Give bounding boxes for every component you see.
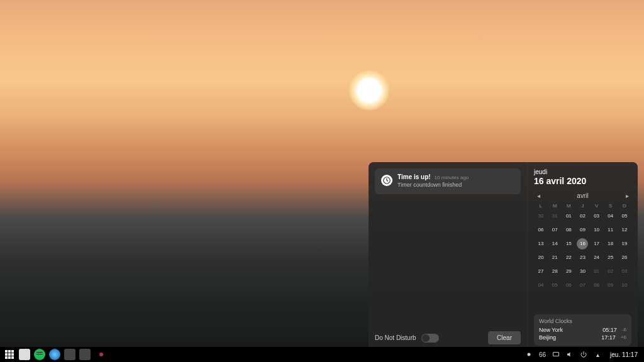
day-cell[interactable]: 20 [535, 252, 547, 263]
world-clock-city: Beijing [539, 334, 556, 341]
day-cell[interactable]: 07 [577, 280, 588, 291]
weekday-cell: M [562, 203, 575, 209]
day-cell[interactable]: 26 [619, 252, 630, 263]
calendar-area: jeudi 16 avril 2020 ◂ avril ▸ L M M J V … [527, 162, 638, 351]
day-cell[interactable]: 05 [619, 211, 630, 222]
world-clocks[interactable]: World Clocks New York 05:17 -6 Beijing 1… [534, 314, 631, 346]
terminal-app-icon[interactable] [64, 349, 75, 360]
day-cell[interactable]: 19 [619, 238, 630, 250]
world-clock-offset: -6 [622, 327, 626, 333]
world-clock-time: 17:17 [601, 334, 616, 341]
day-cell[interactable]: 09 [605, 280, 616, 291]
day-cell[interactable]: 29 [563, 266, 574, 277]
app-icon[interactable] [79, 349, 91, 360]
tray-number: 66 [539, 351, 546, 358]
day-cell[interactable]: 06 [535, 224, 547, 236]
day-cell[interactable]: 02 [577, 211, 588, 222]
svg-point-1 [527, 353, 530, 356]
notification-area: Time is up! 10 minutes ago Timer countdo… [369, 162, 527, 351]
month-label: avril [577, 192, 588, 199]
clock-icon [381, 175, 392, 186]
prev-month-button[interactable]: ◂ [534, 192, 543, 199]
day-cell[interactable]: 23 [577, 252, 588, 263]
world-clocks-title: World Clocks [539, 318, 626, 324]
weekday-cell: M [548, 203, 562, 209]
day-cell[interactable]: 13 [535, 238, 547, 250]
day-cell[interactable]: 10 [619, 280, 630, 291]
world-clock-row: New York 05:17 -6 [539, 327, 626, 333]
dnd-toggle[interactable] [421, 334, 439, 343]
day-cell[interactable]: 25 [605, 252, 616, 263]
next-month-button[interactable]: ▸ [623, 192, 631, 199]
day-cell[interactable]: 11 [605, 224, 616, 236]
clear-button[interactable]: Clear [488, 331, 521, 344]
weekday-header: L M M J V S D [534, 203, 631, 209]
date-weekday: jeudi [534, 168, 631, 175]
day-cell[interactable]: 28 [549, 266, 560, 277]
day-cell[interactable]: 30 [577, 266, 588, 277]
day-cell[interactable]: 18 [605, 238, 616, 250]
weekday-cell: S [604, 203, 618, 209]
day-cell[interactable]: 01 [591, 266, 602, 277]
tray-display-icon[interactable] [552, 351, 560, 358]
day-cell[interactable]: 07 [549, 224, 560, 236]
day-cell[interactable]: 03 [619, 266, 630, 277]
day-cell[interactable]: 01 [563, 211, 574, 222]
day-cell[interactable]: 12 [619, 224, 630, 236]
notification-body: Timer countdown finished [397, 182, 514, 188]
day-cell[interactable]: 17 [591, 238, 602, 250]
world-clock-offset: +6 [621, 334, 626, 341]
tray-volume-icon[interactable] [566, 351, 574, 358]
notification-card[interactable]: Time is up! 10 minutes ago Timer countdo… [375, 168, 521, 194]
bottom-bar: 66 ▴ jeu. 11:17 [0, 347, 644, 362]
world-clock-city: New York [539, 327, 563, 333]
world-clock-row: Beijing 17:17 +6 [539, 334, 626, 341]
day-cell[interactable]: 15 [563, 238, 574, 250]
day-cell[interactable]: 31 [549, 211, 560, 222]
dnd-label: Do Not Disturb [375, 334, 416, 341]
tray-weather-icon[interactable] [525, 351, 533, 358]
browser-app-icon[interactable] [49, 349, 60, 360]
day-cell[interactable]: 22 [563, 252, 574, 263]
activities-button[interactable] [4, 349, 15, 360]
notification-title: Time is up! [397, 173, 431, 180]
weekday-cell: L [534, 203, 548, 209]
day-cell[interactable]: 08 [563, 224, 574, 236]
day-cell[interactable]: 06 [563, 280, 574, 291]
clock[interactable]: jeu. 11:17 [610, 351, 638, 358]
tray-expand-icon[interactable]: ▴ [594, 351, 601, 358]
files-app-icon[interactable] [19, 349, 30, 360]
day-cell[interactable]: 10 [591, 224, 602, 236]
weekday-cell: V [590, 203, 604, 209]
day-cell[interactable]: 24 [591, 252, 602, 263]
day-cell[interactable]: 27 [535, 266, 547, 277]
day-cell[interactable]: 05 [549, 280, 560, 291]
day-cell-today[interactable]: 16 [577, 238, 588, 250]
svg-rect-2 [553, 353, 559, 356]
day-cell[interactable]: 21 [549, 252, 560, 263]
weekday-cell: D [618, 203, 631, 209]
day-cell[interactable]: 02 [605, 266, 616, 277]
day-cell[interactable]: 30 [535, 211, 547, 222]
spotify-app-icon[interactable] [34, 349, 45, 360]
weekday-cell: J [575, 203, 589, 209]
world-clock-time: 05:17 [602, 327, 617, 333]
indicator-dot-icon [99, 353, 103, 356]
day-cell[interactable]: 08 [591, 280, 602, 291]
day-cell[interactable]: 09 [577, 224, 588, 236]
tray-power-icon[interactable] [580, 351, 587, 358]
day-cell[interactable]: 04 [535, 280, 547, 291]
day-cell[interactable]: 04 [605, 211, 616, 222]
day-cell[interactable]: 14 [549, 238, 560, 250]
notification-timestamp: 10 minutes ago [435, 175, 469, 180]
date-full: 16 avril 2020 [534, 176, 631, 186]
day-cell[interactable]: 03 [591, 211, 602, 222]
datetime-panel: Time is up! 10 minutes ago Timer countdo… [369, 162, 638, 351]
wallpaper-sun [349, 70, 389, 111]
